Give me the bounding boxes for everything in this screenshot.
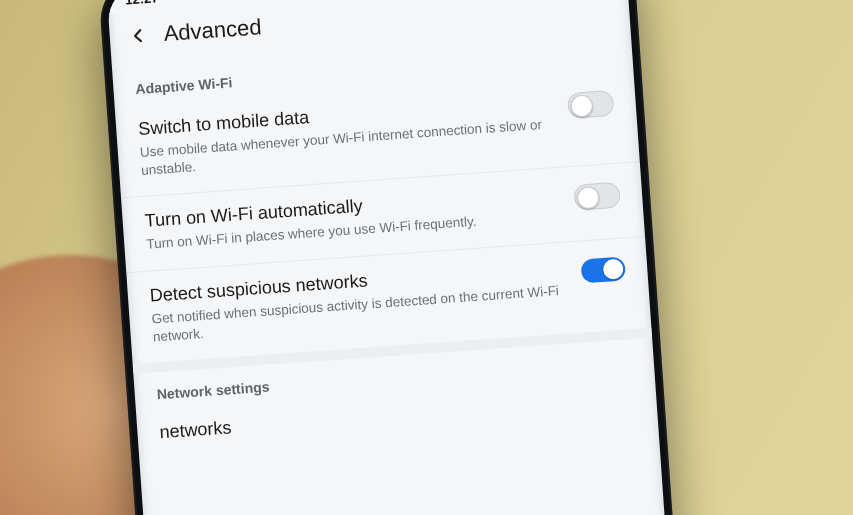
toggle-detect-suspicious[interactable]: [580, 256, 626, 283]
toggle-knob: [576, 187, 599, 210]
status-time: 12:27: [125, 0, 159, 7]
page-title: Advanced: [163, 14, 262, 47]
back-icon[interactable]: [125, 23, 151, 49]
row-text: Detect suspicious networks Get notified …: [149, 256, 568, 346]
toggle-knob: [570, 94, 593, 117]
toggle-auto-wifi[interactable]: [573, 182, 621, 211]
phone-screen: 12:27 Advanced Adaptive Wi-Fi Switch to …: [106, 0, 669, 515]
row-text: Switch to mobile data Use mobile data wh…: [138, 90, 555, 180]
toggle-switch-mobile-data[interactable]: [567, 90, 615, 119]
phone-frame: 12:27 Advanced Adaptive Wi-Fi Switch to …: [98, 0, 678, 515]
toggle-knob: [603, 258, 624, 279]
photo-background: 12:27 Advanced Adaptive Wi-Fi Switch to …: [0, 0, 853, 515]
row-text: Turn on Wi-Fi automatically Turn on Wi-F…: [144, 182, 560, 254]
